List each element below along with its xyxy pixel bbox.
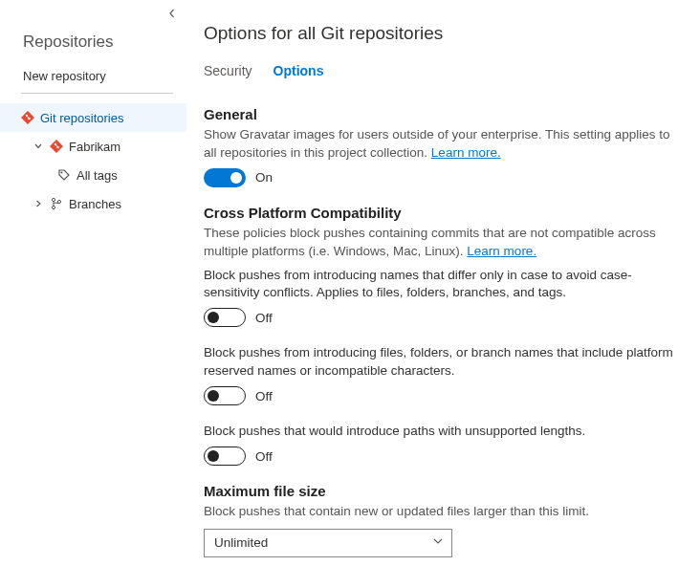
path-length-toggle[interactable] (204, 446, 246, 466)
tree-item-label: Branches (69, 197, 121, 211)
sidebar: Repositories New repository Git reposito… (0, 0, 186, 588)
policy-description: Block pushes from introducing files, fol… (204, 344, 683, 381)
section-description: Show Gravatar images for users outside o… (204, 126, 683, 163)
tree-item-git-repositories[interactable]: Git repositories (0, 103, 186, 132)
svg-point-6 (61, 172, 63, 174)
tree-item-label: Fabrikam (69, 140, 120, 154)
max-file-size-dropdown[interactable]: Unlimited (204, 529, 452, 557)
section-general: General Show Gravatar images for users o… (204, 106, 683, 187)
tree-item-label: Git repositories (40, 111, 123, 125)
branch-icon (50, 197, 63, 210)
section-heading: Maximum file size (204, 483, 683, 499)
dropdown-value: Unlimited (214, 535, 268, 550)
section-description: These policies block pushes containing c… (204, 225, 683, 261)
policy-description: Block pushes that would introduce paths … (204, 423, 683, 441)
tree-item-branches[interactable]: Branches (0, 189, 186, 218)
tab-options[interactable]: Options (273, 63, 324, 84)
repo-tree: Git repositories Fabrikam All tags Br (0, 103, 186, 218)
toggle-state-label: Off (255, 389, 273, 403)
gravatar-toggle[interactable] (204, 168, 246, 187)
tree-item-fabrikam[interactable]: Fabrikam (0, 132, 186, 161)
section-heading: General (204, 106, 683, 122)
policy-description: Block pushes from introducing names that… (204, 267, 683, 303)
desc-text: These policies block pushes containing c… (204, 226, 656, 258)
section-max-file-size: Maximum file size Block pushes that cont… (204, 483, 683, 557)
page-title: Options for all Git repositories (204, 23, 683, 44)
chevron-down-icon[interactable] (33, 142, 44, 150)
main-content: Options for all Git repositories Securit… (186, 0, 700, 588)
sidebar-title: Repositories (0, 8, 186, 59)
toggle-state-label: On (255, 170, 273, 185)
collapse-sidebar-icon[interactable] (167, 6, 177, 21)
svg-point-8 (52, 206, 55, 208)
divider (21, 93, 173, 94)
tab-bar: Security Options (204, 63, 683, 85)
section-cross-platform: Cross Platform Compatibility These polic… (204, 205, 683, 466)
svg-rect-3 (50, 140, 63, 153)
git-icon (50, 140, 63, 153)
toggle-state-label: Off (255, 311, 273, 325)
learn-more-link[interactable]: Learn more. (431, 145, 501, 160)
svg-rect-0 (21, 111, 34, 124)
chevron-right-icon[interactable] (33, 200, 44, 207)
chevron-down-icon (432, 535, 444, 550)
git-icon (21, 111, 34, 124)
tree-item-all-tags[interactable]: All tags (0, 161, 186, 189)
tree-item-label: All tags (77, 168, 118, 183)
tag-icon (57, 168, 71, 182)
new-repository-link[interactable]: New repository (0, 59, 186, 93)
case-sensitivity-toggle[interactable] (204, 308, 246, 327)
svg-point-7 (52, 198, 55, 201)
tab-security[interactable]: Security (204, 63, 252, 84)
section-heading: Cross Platform Compatibility (204, 205, 683, 221)
section-description: Block pushes that contain new or updated… (204, 503, 683, 521)
learn-more-link[interactable]: Learn more. (467, 244, 536, 258)
reserved-names-toggle[interactable] (204, 386, 246, 405)
toggle-state-label: Off (255, 449, 273, 464)
